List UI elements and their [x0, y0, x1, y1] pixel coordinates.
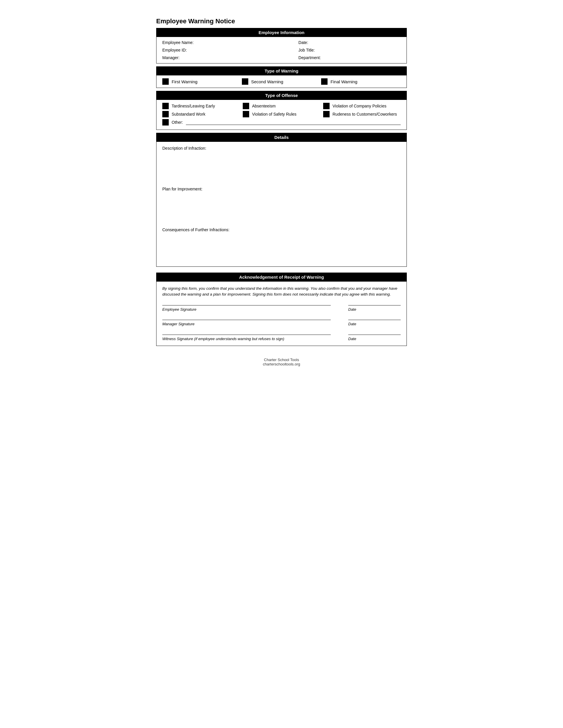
absenteeism-label: Absenteeism: [252, 104, 276, 108]
manager-signature-left: Manager Signature: [162, 320, 331, 327]
footer: Charter School Tools charterschooltools.…: [156, 358, 407, 366]
footer-line2: charterschooltools.org: [156, 362, 407, 366]
plan-space: [162, 192, 401, 222]
offense-substandard: Substandard Work: [162, 111, 240, 117]
details-header: Details: [156, 133, 407, 142]
signature-block: Employee Signature Date Manager Signatur…: [162, 304, 401, 342]
acknowledgement-section: Acknowledgement of Receipt of Warning By…: [156, 273, 407, 346]
company-policies-label: Violation of Company Policies: [333, 104, 387, 108]
description-label: Description of Infraction:: [162, 146, 401, 151]
description-space: [162, 152, 401, 181]
acknowledgement-header: Acknowledgement of Receipt of Warning: [156, 273, 407, 282]
manager-date-label: Date: [348, 322, 356, 326]
tardiness-label: Tardiness/Leaving Early: [172, 104, 215, 108]
manager-value: [277, 54, 296, 61]
witness-date-label: Date: [348, 337, 356, 341]
footer-line1: Charter School Tools: [156, 358, 407, 362]
offense-tardiness: Tardiness/Leaving Early: [162, 103, 240, 109]
job-title-label: Job Title:: [296, 46, 385, 54]
first-warning-checkbox[interactable]: [162, 78, 169, 85]
final-warning-item: Final Warning: [321, 78, 401, 85]
manager-signature-date: Date: [348, 320, 401, 327]
employee-info-section: Employee Information Employee Name: Date…: [156, 28, 407, 63]
other-line: [186, 120, 401, 125]
offense-options: Tardiness/Leaving Early Absenteeism Viol…: [156, 100, 407, 130]
employee-info-table: Employee Name: Date: Employee ID: Job Ti…: [159, 39, 404, 61]
page: Employee Warning Notice Employee Informa…: [156, 17, 407, 366]
offense-grid: Tardiness/Leaving Early Absenteeism Viol…: [162, 103, 401, 117]
manager-label: Manager:: [159, 54, 277, 61]
acknowledgement-text-area: By signing this form, you confirm that y…: [156, 282, 407, 346]
substandard-label: Substandard Work: [172, 112, 205, 116]
witness-signature-left: Witness Signature (if employee understan…: [162, 335, 331, 342]
rudeness-checkbox[interactable]: [323, 111, 330, 117]
second-warning-label: Second Warning: [251, 79, 283, 84]
second-warning-item: Second Warning: [242, 78, 322, 85]
details-area: Description of Infraction: Plan for Impr…: [156, 142, 407, 267]
final-warning-label: Final Warning: [331, 79, 357, 84]
employee-name-label: Employee Name:: [159, 39, 277, 46]
witness-signature-date: Date: [348, 335, 401, 342]
rudeness-label: Rudeness to Customers/Coworkers: [333, 112, 397, 116]
other-label: Other:: [172, 120, 183, 125]
second-warning-checkbox[interactable]: [242, 78, 248, 85]
witness-signature-row: Witness Signature (if employee understan…: [162, 333, 401, 342]
employee-date-label: Date: [348, 307, 356, 312]
date-value: [385, 39, 404, 46]
date-label: Date:: [296, 39, 385, 46]
substandard-checkbox[interactable]: [162, 111, 169, 117]
employee-name-value: [277, 39, 296, 46]
employee-id-label: Employee ID:: [159, 46, 277, 54]
department-label: Department:: [296, 54, 385, 61]
other-checkbox[interactable]: [162, 119, 169, 126]
tardiness-checkbox[interactable]: [162, 103, 169, 109]
consequences-label: Consequences of Further Infractions:: [162, 227, 401, 232]
company-policies-checkbox[interactable]: [323, 103, 330, 109]
job-title-value: [385, 46, 404, 54]
employee-signature-date: Date: [348, 305, 401, 312]
safety-rules-checkbox[interactable]: [243, 111, 249, 117]
absenteeism-checkbox[interactable]: [243, 103, 249, 109]
details-section: Details Description of Infraction: Plan …: [156, 133, 407, 267]
consequences-space: [162, 233, 401, 262]
employee-signature-row: Employee Signature Date: [162, 304, 401, 312]
manager-signature-label: Manager Signature: [162, 322, 195, 326]
offense-company-policies: Violation of Company Policies: [323, 103, 401, 109]
first-warning-item: First Warning: [162, 78, 242, 85]
plan-label: Plan for Improvement:: [162, 187, 401, 191]
first-warning-label: First Warning: [172, 79, 197, 84]
employee-signature-left: Employee Signature: [162, 305, 331, 312]
page-title: Employee Warning Notice: [156, 17, 407, 25]
employee-signature-label: Employee Signature: [162, 307, 196, 312]
other-row: Other:: [162, 119, 401, 126]
type-of-warning-section: Type of Warning First Warning Second War…: [156, 66, 407, 88]
safety-rules-label: Violation of Safety Rules: [252, 112, 297, 116]
warning-options-row: First Warning Second Warning Final Warni…: [156, 75, 407, 88]
final-warning-checkbox[interactable]: [321, 78, 328, 85]
type-of-offense-header: Type of Offense: [156, 91, 407, 100]
acknowledgement-text: By signing this form, you confirm that y…: [162, 286, 401, 298]
type-of-warning-header: Type of Warning: [156, 66, 407, 75]
type-of-offense-section: Type of Offense Tardiness/Leaving Early …: [156, 91, 407, 130]
department-value: [385, 54, 404, 61]
offense-safety-rules: Violation of Safety Rules: [243, 111, 320, 117]
offense-rudeness: Rudeness to Customers/Coworkers: [323, 111, 401, 117]
employee-info-header: Employee Information: [156, 28, 407, 37]
manager-signature-row: Manager Signature Date: [162, 319, 401, 327]
offense-absenteeism: Absenteeism: [243, 103, 320, 109]
witness-signature-label: Witness Signature (if employee understan…: [162, 337, 284, 341]
employee-id-value: [277, 46, 296, 54]
